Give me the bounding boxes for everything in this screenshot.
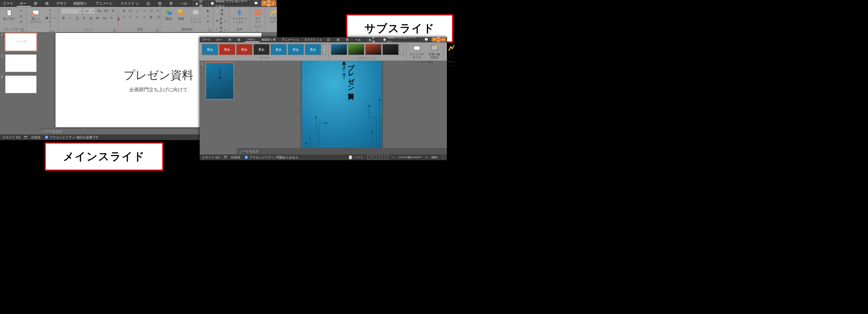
format-painter-button[interactable]: 🖌: [18, 19, 24, 24]
variation-gallery[interactable]: ▾: [331, 43, 404, 56]
font-size-combo[interactable]: 60: [83, 8, 95, 14]
align-text-button[interactable]: ⎇: [155, 14, 161, 20]
reading-view-button[interactable]: [379, 155, 383, 159]
dictate-button[interactable]: ディクテー ション: [231, 8, 248, 24]
addins-button[interactable]: アド イン: [253, 8, 263, 24]
sorter-view-button[interactable]: [373, 155, 377, 159]
align-right-button[interactable]: ≡: [134, 14, 140, 20]
zoom-out-button[interactable]: −: [393, 156, 394, 159]
variations-more-button[interactable]: ▾: [400, 44, 404, 55]
sub-tab-file[interactable]: ファイル: [200, 37, 214, 42]
theme-thumb-6[interactable]: 亜あ: [305, 44, 321, 55]
thumbnail-1[interactable]: 1 プレゼン資料 ——: [1, 33, 39, 51]
tab-help[interactable]: ヘルプ: [178, 0, 192, 7]
teams-present-button[interactable]: 🅣Teams でプレゼンテーション: [208, 0, 251, 6]
thumbnail-3[interactable]: 3: [1, 75, 39, 93]
tab-draw[interactable]: 描画: [42, 0, 54, 7]
justify-button[interactable]: ≡: [141, 14, 147, 20]
theme-thumb-1[interactable]: 亜あ: [219, 44, 235, 55]
tab-file[interactable]: ファイル: [0, 0, 17, 7]
tab-animations[interactable]: アニメーション: [93, 0, 118, 7]
copy-button[interactable]: ⎘: [18, 13, 24, 19]
sub-status-notes-button[interactable]: 📝ノート: [349, 155, 363, 160]
zoom-slider[interactable]: [399, 157, 422, 158]
sub-tab-design[interactable]: デザイン: [245, 37, 259, 42]
line-spacing-button[interactable]: ↕≡: [148, 8, 154, 13]
paragraph-dialog-launcher[interactable]: ↘: [156, 29, 159, 31]
sub-tab-insert[interactable]: 挿入: [226, 37, 236, 42]
tab-slideshow[interactable]: スライド ショー: [118, 0, 144, 7]
find-button[interactable]: 🔍検索: [215, 8, 226, 17]
italic-button[interactable]: I: [67, 15, 73, 21]
sub-status-outline-icon[interactable]: 🗔: [224, 156, 227, 159]
tab-home[interactable]: ホーム: [17, 0, 31, 7]
designer-button[interactable]: デザ イナー: [268, 8, 279, 24]
theme-thumb-0[interactable]: 亜あ: [202, 44, 218, 55]
thumbnail-2[interactable]: 2: [1, 54, 39, 72]
status-outline-icon[interactable]: 🗔: [24, 135, 27, 139]
tab-record[interactable]: 記録: [144, 0, 155, 7]
shape-fill-button[interactable]: ◆: [205, 8, 211, 13]
sub-designer-button[interactable]: デザ イナー: [446, 43, 457, 60]
numbering-button[interactable]: 1≡: [128, 8, 133, 13]
theme-thumb-5[interactable]: 亜あ: [288, 44, 304, 55]
sub-tab-review[interactable]: 校閲: [335, 37, 344, 42]
main-slide-title[interactable]: プレゼン資料: [124, 67, 193, 83]
sub-slide-title[interactable]: プレゼン資料: [347, 61, 355, 88]
cut-button[interactable]: ✂: [18, 8, 24, 13]
theme-thumb-3[interactable]: 亜あ: [253, 44, 270, 55]
sub-tab-view[interactable]: 表示: [344, 37, 353, 42]
underline-button[interactable]: U: [74, 15, 80, 21]
sub-slide-subtitle[interactable]: ・企画部門立ち上げに向けて: [342, 61, 346, 78]
tab-review[interactable]: 校閲: [155, 0, 166, 7]
sub-slide[interactable]: プレゼン資料 ・企画部門立ち上げに向けて: [302, 61, 382, 148]
increase-font-button[interactable]: A▴: [96, 8, 102, 13]
increase-indent-button[interactable]: ≥: [141, 8, 147, 13]
arrange-button[interactable]: 配置: [176, 8, 187, 21]
shape-outline-button[interactable]: ◇: [205, 13, 211, 19]
clear-formatting-button[interactable]: A̶: [110, 8, 116, 13]
sub-share-button[interactable]: ⇱共有▾: [431, 37, 446, 42]
theme-thumb-2[interactable]: 亜あ: [236, 44, 252, 55]
drawing-dialog-launcher[interactable]: ↘: [208, 29, 211, 31]
sub-tab-animations[interactable]: アニメーション: [280, 37, 302, 42]
normal-view-button[interactable]: [367, 155, 371, 159]
fit-to-window-button[interactable]: ⛶: [441, 156, 444, 159]
tab-view[interactable]: 表示: [166, 0, 178, 7]
align-left-button[interactable]: ≡: [121, 14, 126, 20]
comments-button[interactable]: 💬: [253, 0, 259, 6]
sub-thumbnail-1[interactable]: プレゼン資料: [206, 62, 234, 99]
sub-tab-draw[interactable]: 描画: [236, 37, 245, 42]
share-button[interactable]: ⇱共有▾: [261, 0, 276, 6]
status-accessibility[interactable]: ♿ アクセシビリティ: 検討が必要です: [44, 135, 99, 139]
tab-insert[interactable]: 挿入: [31, 0, 42, 7]
theme-thumb-4[interactable]: 亜あ: [271, 44, 287, 55]
variation-thumb-3[interactable]: [382, 44, 399, 55]
tab-transitions[interactable]: 画面切り替え: [70, 0, 93, 7]
change-case-button[interactable]: Aa: [102, 15, 107, 21]
record-button[interactable]: ◉記録: [193, 0, 207, 6]
sub-status-accessibility[interactable]: ♿ アクセシビリティ: 問題ありません: [244, 155, 299, 160]
main-slide-subtitle[interactable]: 企画部門立ち上げに向けて: [129, 86, 188, 93]
shape-effects-button[interactable]: ✦: [205, 19, 211, 24]
variation-thumb-2[interactable]: [365, 44, 381, 55]
highlight-button[interactable]: ✎: [109, 15, 115, 21]
sub-tab-slideshow[interactable]: スライド ショー: [302, 37, 325, 42]
paste-button[interactable]: 貼り付け: [2, 8, 16, 21]
align-center-button[interactable]: ≡: [128, 14, 133, 20]
variation-thumb-0[interactable]: [331, 44, 347, 55]
layout-button[interactable]: ▦レイアウト▾: [45, 8, 56, 29]
decrease-font-button[interactable]: A▾: [103, 8, 109, 13]
sub-notes-bar[interactable]: ノートを入力: [237, 148, 447, 154]
zoom-in-button[interactable]: +: [426, 156, 427, 159]
text-direction-button[interactable]: Ⅱ: [155, 8, 161, 13]
sub-comments-button[interactable]: 💬: [423, 37, 430, 42]
clipboard-dialog-launcher[interactable]: ↘: [21, 29, 24, 31]
bg-format-button[interactable]: 背景の書 式設定: [427, 43, 441, 60]
sub-tab-home[interactable]: ホーム: [214, 37, 226, 42]
font-name-combo[interactable]: [61, 8, 82, 14]
bullets-button[interactable]: ≣: [121, 8, 126, 13]
sub-tab-transitions[interactable]: 画面切り替え: [259, 37, 280, 42]
strike-button[interactable]: S: [81, 15, 87, 21]
char-spacing-button[interactable]: AV: [95, 15, 101, 21]
